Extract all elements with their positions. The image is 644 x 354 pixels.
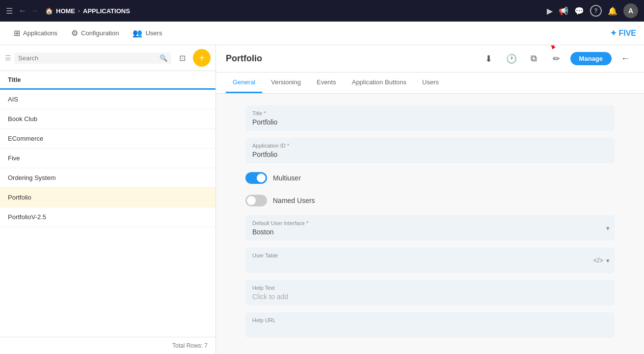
help-text-field[interactable]: Help Text Click to add [245, 280, 615, 305]
help-text-placeholder: Click to add [252, 293, 608, 301]
sidebar-footer: Total Rows: 7 [0, 337, 215, 354]
multiuser-label: Multiuser [273, 174, 301, 182]
users-icon: 👥 [133, 28, 142, 38]
help-icon[interactable]: ? [590, 5, 602, 17]
history-icon[interactable]: 🕐 [503, 50, 520, 68]
add-button[interactable]: + [193, 49, 211, 67]
named-users-toggle[interactable] [245, 195, 267, 206]
tab-events[interactable]: Events [310, 73, 343, 93]
search-container: 🔍 [14, 52, 171, 64]
multiuser-row: Multiuser [245, 170, 615, 186]
five-logo-text: FIVE [618, 29, 636, 38]
notifications-icon[interactable]: 🔔 [608, 6, 617, 16]
list-item-portfolio[interactable]: Portfolio [0, 188, 215, 207]
five-logo: ✦ FIVE [610, 28, 636, 38]
list-item-portfoliov25[interactable]: PortfolioV-2.5 [0, 207, 215, 227]
dropdown-icon: ▾ [606, 225, 610, 232]
subnav-item-configuration[interactable]: ⚙ Configuration [65, 26, 125, 40]
svg-marker-1 [551, 45, 556, 49]
five-star-icon: ✦ [610, 28, 617, 38]
named-users-label: Named Users [273, 197, 315, 204]
title-label: Title * [252, 110, 608, 116]
configuration-label: Configuration [81, 29, 119, 37]
download-icon[interactable]: ⬇ [480, 50, 498, 68]
tabs: General Versioning Events Application Bu… [216, 73, 644, 94]
play-icon[interactable]: ▶ [547, 6, 553, 16]
help-url-label: Help URL [252, 317, 608, 323]
back-icon[interactable]: ← [617, 50, 634, 68]
user-table-field[interactable]: User Table </> ▾ [245, 248, 615, 273]
help-text-label: Help Text [252, 285, 608, 291]
filter-icon: ☰ [5, 54, 11, 62]
user-table-value [252, 260, 608, 268]
subnav: ⊞ Applications ⚙ Configuration 👥 Users ✦… [0, 22, 644, 45]
sidebar-header: Title [0, 71, 215, 90]
subnav-item-users[interactable]: 👥 Users [127, 26, 168, 40]
chevron-down-icon: ▾ [606, 225, 610, 232]
app-id-value: Portfolio [252, 151, 608, 158]
sidebar-list: AIS Book Club ECommerce Five Ordering Sy… [0, 90, 215, 337]
topbar: ☰ ← → 🏠 HOME › APPLICATIONS ▶ 📢 💬 ? 🔔 A [0, 0, 644, 22]
content-header: Portfolio ⬇ 🕐 ⧉ ✏ Manage ← [216, 45, 644, 73]
subnav-item-applications[interactable]: ⊞ Applications [8, 26, 63, 40]
broadcast-icon[interactable]: 📢 [559, 6, 568, 16]
user-table-icons: </> ▾ [593, 256, 610, 264]
named-users-row: Named Users [245, 193, 615, 208]
total-rows-label: Total Rows: 7 [172, 342, 208, 349]
app-id-field[interactable]: Application ID * Portfolio [245, 138, 615, 163]
back-arrow-icon[interactable]: ← [19, 6, 27, 15]
default-ui-label: Default User Interface * [252, 220, 608, 226]
applications-breadcrumb[interactable]: APPLICATIONS [83, 7, 130, 15]
forward-arrow-icon[interactable]: → [30, 6, 38, 15]
sidebar: ☰ 🔍 ⊡ + Title AIS Book Club ECommerce Fi… [0, 45, 216, 354]
home-icon: 🏠 [45, 7, 53, 15]
user-table-label: User Table [252, 253, 608, 258]
home-breadcrumb[interactable]: HOME [56, 7, 75, 15]
expand-icon[interactable]: ⊡ [174, 50, 190, 66]
chat-icon[interactable]: 💬 [574, 6, 584, 16]
breadcrumb: 🏠 HOME › APPLICATIONS [45, 7, 130, 15]
app-id-label: Application ID * [252, 143, 608, 149]
form-area: Title * Portfolio Application ID * Portf… [216, 94, 644, 354]
configuration-icon: ⚙ [71, 28, 78, 38]
help-url-field[interactable]: Help URL [245, 312, 615, 338]
sidebar-title-col: Title [8, 76, 21, 83]
page-title: Portfolio [226, 53, 480, 64]
edit-icon[interactable]: ✏ [548, 50, 565, 68]
list-item-ordering[interactable]: Ordering System [0, 168, 215, 188]
default-ui-value: Boston [252, 228, 608, 236]
applications-label: Applications [23, 29, 57, 37]
users-label: Users [145, 29, 162, 37]
main-layout: ☰ 🔍 ⊡ + Title AIS Book Club ECommerce Fi… [0, 45, 644, 354]
svg-line-0 [553, 45, 557, 49]
search-icon: 🔍 [160, 54, 167, 62]
sidebar-toolbar: ☰ 🔍 ⊡ + [0, 45, 215, 71]
tab-general[interactable]: General [226, 73, 262, 93]
multiuser-toggle[interactable] [245, 172, 267, 184]
breadcrumb-separator: › [78, 7, 80, 14]
chevron-down-icon: ▾ [606, 257, 610, 264]
list-item-bookclub[interactable]: Book Club [0, 109, 215, 129]
red-arrow-annotation [551, 45, 563, 54]
list-item-ecommerce[interactable]: ECommerce [0, 129, 215, 149]
title-field[interactable]: Title * Portfolio [245, 105, 615, 131]
search-input[interactable] [18, 54, 157, 62]
copy-icon[interactable]: ⧉ [525, 50, 543, 68]
applications-icon: ⊞ [14, 28, 20, 38]
title-value: Portfolio [252, 118, 608, 126]
topbar-actions: ▶ 📢 💬 ? 🔔 A [547, 3, 638, 18]
tab-users[interactable]: Users [415, 73, 446, 93]
list-item-five[interactable]: Five [0, 149, 215, 168]
content-area: Portfolio ⬇ 🕐 ⧉ ✏ Manage ← [216, 45, 644, 354]
manage-button[interactable]: Manage [570, 52, 612, 65]
code-icon: </> [593, 256, 603, 264]
tab-application-buttons[interactable]: Application Buttons [345, 73, 413, 93]
list-item-ais[interactable]: AIS [0, 90, 215, 109]
help-url-value [252, 325, 608, 333]
default-ui-field[interactable]: Default User Interface * Boston ▾ [245, 215, 615, 241]
tab-versioning[interactable]: Versioning [264, 73, 308, 93]
content-actions: ⬇ 🕐 ⧉ ✏ Manage ← [480, 50, 634, 68]
user-avatar[interactable]: A [623, 3, 638, 18]
hamburger-icon[interactable]: ☰ [6, 6, 13, 16]
